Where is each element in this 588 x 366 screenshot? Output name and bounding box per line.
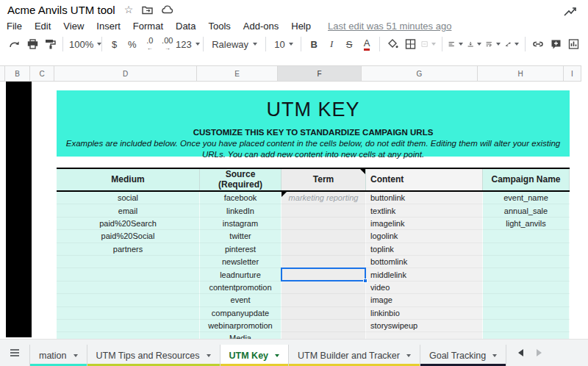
- column-header-G[interactable]: G: [361, 65, 478, 82]
- cell[interactable]: partners: [57, 243, 200, 256]
- cell[interactable]: [483, 281, 570, 294]
- cell[interactable]: marketing reporting: [282, 192, 366, 204]
- vertical-align-button[interactable]: [465, 35, 484, 53]
- strikethrough-button[interactable]: S: [340, 35, 358, 53]
- cell[interactable]: [57, 294, 200, 306]
- insert-link-button[interactable]: [529, 35, 547, 53]
- tab-scroll-right-icon[interactable]: [537, 349, 542, 356]
- cell[interactable]: [483, 307, 570, 320]
- cell[interactable]: [483, 256, 570, 268]
- horizontal-align-button[interactable]: [446, 35, 465, 53]
- selected-cell[interactable]: [281, 268, 366, 281]
- column-header-B[interactable]: B: [4, 65, 30, 82]
- cell[interactable]: [57, 268, 200, 281]
- number-format-button[interactable]: 123: [176, 35, 199, 53]
- cell[interactable]: annual_sale: [483, 204, 570, 217]
- cell[interactable]: [483, 332, 570, 339]
- cell[interactable]: [57, 256, 200, 268]
- tab-menu-icon[interactable]: [406, 354, 411, 357]
- cloud-saved-icon[interactable]: [162, 5, 173, 14]
- paint-format-button[interactable]: [41, 35, 59, 53]
- cell[interactable]: Media: [200, 332, 282, 339]
- menu-data[interactable]: Data: [176, 21, 196, 32]
- tab-menu-icon[interactable]: [74, 354, 78, 357]
- cell[interactable]: [282, 218, 366, 230]
- cell[interactable]: toplink: [366, 243, 483, 256]
- column-header-I[interactable]: I: [563, 65, 581, 82]
- fill-color-button[interactable]: [384, 35, 401, 53]
- cell[interactable]: [282, 230, 366, 243]
- cell[interactable]: light_anvils: [483, 218, 570, 230]
- cell[interactable]: leadnurture: [200, 268, 282, 281]
- cell[interactable]: [282, 307, 366, 320]
- table-header-medium[interactable]: Medium: [57, 169, 200, 190]
- cell[interactable]: instagram: [200, 218, 282, 230]
- document-title[interactable]: Acme Anvils UTM tool: [7, 4, 115, 16]
- cell[interactable]: [483, 268, 570, 281]
- star-icon[interactable]: ☆: [124, 4, 134, 15]
- cell[interactable]: [483, 320, 570, 332]
- zoom-select[interactable]: 100%: [67, 35, 98, 53]
- increase-decimal-button[interactable]: .00→: [159, 35, 176, 53]
- cell[interactable]: [57, 320, 200, 332]
- cell[interactable]: companyupdate: [200, 307, 282, 320]
- fill-handle[interactable]: [363, 279, 368, 283]
- cell[interactable]: [483, 294, 570, 306]
- menu-format[interactable]: Format: [133, 21, 163, 32]
- cell[interactable]: [282, 320, 366, 332]
- tab-menu-icon[interactable]: [492, 354, 497, 357]
- sheet-tab-utm-builder-and-tracker[interactable]: UTM Builder and Tracker: [288, 345, 420, 366]
- menu-addons[interactable]: Add-ons: [243, 21, 279, 32]
- cell[interactable]: image: [366, 294, 483, 306]
- column-header-H[interactable]: H: [477, 65, 564, 82]
- cell[interactable]: [483, 230, 570, 243]
- table-header-content[interactable]: Content: [366, 169, 483, 190]
- cell[interactable]: [57, 307, 200, 320]
- cell[interactable]: storyswipeup: [366, 320, 483, 332]
- text-rotation-button[interactable]: [503, 35, 521, 53]
- italic-button[interactable]: I: [323, 35, 340, 53]
- sheet-tab-mation[interactable]: mation: [29, 345, 87, 366]
- bold-button[interactable]: B: [305, 35, 323, 53]
- cell[interactable]: newsletter: [200, 256, 282, 268]
- last-edit-status[interactable]: Last edit was 51 minutes ago: [328, 21, 451, 32]
- cell[interactable]: email: [57, 204, 200, 217]
- decrease-decimal-button[interactable]: .0←: [141, 35, 159, 53]
- table-header-source[interactable]: Source (Required): [200, 169, 282, 190]
- explore-stats-icon[interactable]: [563, 6, 578, 18]
- menu-help[interactable]: Help: [291, 21, 311, 32]
- cell[interactable]: [282, 256, 366, 268]
- black-filled-column-b[interactable]: [6, 82, 32, 337]
- cell[interactable]: logolink: [366, 230, 483, 243]
- cell[interactable]: twitter: [200, 230, 282, 243]
- sheet-tab-utm-key[interactable]: UTM Key: [220, 345, 288, 366]
- borders-button[interactable]: [401, 35, 419, 53]
- cell[interactable]: event_name: [483, 192, 570, 204]
- cell[interactable]: event: [200, 294, 282, 306]
- cell[interactable]: imagelink: [366, 218, 483, 230]
- all-sheets-menu-button[interactable]: [0, 339, 29, 366]
- cell[interactable]: linkinbio: [366, 307, 483, 320]
- column-header-C[interactable]: C: [29, 65, 54, 82]
- table-header-term[interactable]: Term: [282, 169, 366, 190]
- cell[interactable]: social: [57, 192, 200, 204]
- cell[interactable]: paid%20Search: [57, 218, 200, 230]
- cell[interactable]: [282, 294, 366, 306]
- format-percent-button[interactable]: %: [123, 35, 141, 53]
- cell[interactable]: facebook: [200, 192, 282, 204]
- font-family-select[interactable]: Raleway: [207, 35, 262, 53]
- cell[interactable]: [57, 281, 200, 294]
- text-color-button[interactable]: A: [358, 35, 376, 53]
- print-button[interactable]: [24, 35, 41, 53]
- cell[interactable]: [282, 332, 366, 339]
- font-size-select[interactable]: 10: [270, 35, 297, 53]
- column-header-E[interactable]: E: [196, 65, 278, 82]
- cell[interactable]: middlelink: [366, 268, 483, 281]
- tab-menu-icon[interactable]: [207, 354, 211, 357]
- insert-chart-button[interactable]: [564, 35, 582, 53]
- menu-insert[interactable]: Insert: [96, 21, 121, 32]
- cell[interactable]: linkedIn: [200, 204, 282, 217]
- table-header-campaign-name[interactable]: Campaign Name: [483, 169, 570, 190]
- menu-file[interactable]: File: [7, 21, 22, 32]
- tab-menu-icon[interactable]: [275, 354, 279, 357]
